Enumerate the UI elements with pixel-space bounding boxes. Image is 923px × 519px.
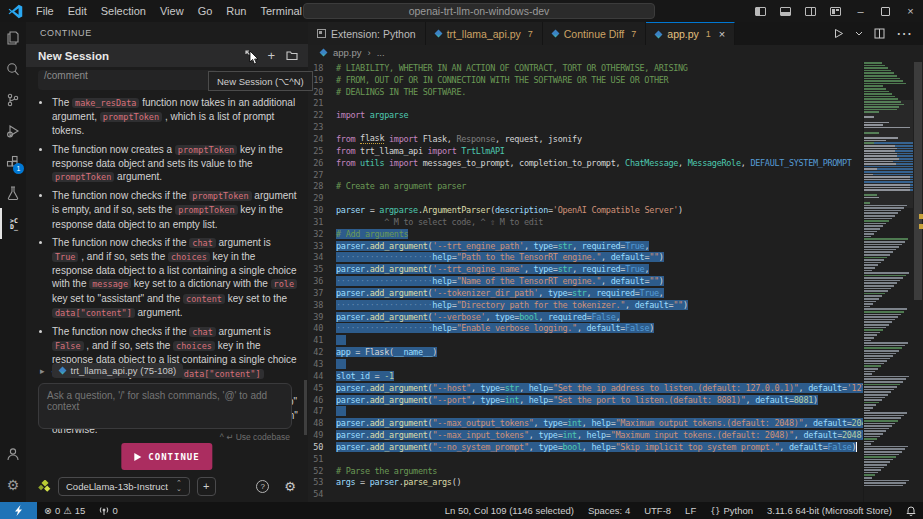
toggle-secondary-sidebar-icon[interactable] xyxy=(798,0,823,22)
close-button[interactable]: × xyxy=(898,0,923,22)
code-line: 50parser.add_argument("--no_system_promp… xyxy=(308,441,863,453)
breadcrumb-separator: › xyxy=(368,47,371,58)
code-editor[interactable]: 18# LIABILITY, WHETHER IN AN ACTION OF C… xyxy=(308,62,863,502)
line-number: 32 xyxy=(308,229,336,239)
session-header: New Session + xyxy=(26,44,308,67)
inline-code: promptToken xyxy=(52,172,114,182)
code-line: 32# Add arguments xyxy=(308,228,863,240)
run-dropdown-icon[interactable] xyxy=(855,31,863,36)
activity-item-settings[interactable]: ⚙ xyxy=(0,469,26,500)
remote-indicator[interactable] xyxy=(0,502,37,519)
cursor-position[interactable]: Ln 50, Col 109 (1146 selected) xyxy=(438,502,581,519)
inline-code: content xyxy=(183,294,225,304)
toggle-sidebar-icon[interactable] xyxy=(748,0,773,22)
bell-icon xyxy=(906,505,916,516)
overview-ruler-mark xyxy=(919,214,923,219)
vscode-logo-icon xyxy=(8,4,23,19)
tab-continue-diff[interactable]: Continue Diff7 xyxy=(543,22,647,45)
ports-indicator[interactable]: 0 xyxy=(92,502,124,519)
tab-trt-llama-api-py[interactable]: trt_llama_api.py7 xyxy=(426,22,543,45)
inline-code: choices xyxy=(173,341,215,351)
new-session-tooltip: New Session (⌥^N) xyxy=(208,71,313,91)
minimize-button[interactable]: – xyxy=(848,0,873,22)
code-line: 27 xyxy=(308,169,863,181)
code-line: 37parser.add_argument('--tokenizer_dir_p… xyxy=(308,287,863,299)
command-center-search[interactable] xyxy=(303,3,655,19)
code-line: 42app = Flask(__name__) xyxy=(308,346,863,358)
context-item[interactable]: ▸ trt_llama_api.py (75-108) xyxy=(40,363,183,378)
eol-sequence[interactable]: LF xyxy=(678,502,703,519)
model-select[interactable]: CodeLlama-13b-Instruct ⌃⌄ xyxy=(58,477,190,496)
activity-item-accounts[interactable] xyxy=(0,438,26,469)
language-mode[interactable]: {} Python xyxy=(703,502,760,519)
menu-selection[interactable]: Selection xyxy=(94,0,153,22)
chat-input[interactable] xyxy=(38,383,292,429)
menu-run[interactable]: Run xyxy=(219,0,253,22)
notifications-bell[interactable] xyxy=(899,502,923,519)
menu-go[interactable]: Go xyxy=(191,0,220,22)
status-right: Ln 50, Col 109 (1146 selected) Spaces: 4… xyxy=(438,502,923,519)
line-number: 23 xyxy=(308,122,336,132)
activity-item-extensions[interactable]: 1 xyxy=(0,146,26,177)
more-actions-icon[interactable]: ⋯ xyxy=(896,24,913,43)
split-editor-icon[interactable] xyxy=(874,28,885,39)
sidebar-scrollbar[interactable] xyxy=(304,380,307,435)
line-number: 31 xyxy=(308,217,336,227)
line-number: 41 xyxy=(308,335,336,345)
menu-terminal[interactable]: Terminal xyxy=(254,0,310,22)
code-line: 34····················help="Path to the … xyxy=(308,252,863,264)
previous-input-clipped[interactable]: /comment xyxy=(38,70,218,90)
customize-layout-icon[interactable] xyxy=(823,0,848,22)
activity-item-explorer[interactable] xyxy=(0,22,26,53)
menu-file[interactable]: File xyxy=(29,0,61,22)
encoding[interactable]: UTF-8 xyxy=(637,502,678,519)
code-line: 40····················help="Enable verbo… xyxy=(308,323,863,335)
code-line: 30parser = argparse.ArgumentParser(descr… xyxy=(308,204,863,216)
activity-item-search[interactable] xyxy=(0,53,26,84)
new-session-icon[interactable]: + xyxy=(267,51,275,61)
continue-button[interactable]: CONTINUE xyxy=(121,443,212,470)
add-model-button[interactable]: + xyxy=(197,477,216,496)
line-number: 21 xyxy=(308,98,336,108)
close-tab-icon[interactable]: × xyxy=(719,28,725,40)
tab-extension-python[interactable]: Extension: Python xyxy=(308,22,426,45)
toggle-panel-icon[interactable] xyxy=(773,0,798,22)
activity-item-continue[interactable]: >CD_ xyxy=(0,208,26,239)
error-icon: ⊗ xyxy=(44,505,52,516)
run-python-icon[interactable] xyxy=(833,28,844,39)
line-number: 49 xyxy=(308,430,336,440)
scrollbar-thumb[interactable] xyxy=(914,62,922,300)
line-number: 39 xyxy=(308,312,336,322)
activity-item-source-control[interactable] xyxy=(0,84,26,115)
play-icon xyxy=(134,453,141,461)
breadcrumb[interactable]: app.py › ... xyxy=(308,45,923,60)
use-codebase-hint: ^ ↵ Use codebase xyxy=(220,432,290,442)
minimap[interactable] xyxy=(863,62,913,502)
continue-settings-icon[interactable]: ⚙ xyxy=(284,479,296,494)
inline-code: data["content"] xyxy=(52,308,135,318)
code-line: 44slot_id = -1 xyxy=(308,370,863,382)
activity-item-testing[interactable] xyxy=(0,177,26,208)
activity-item-run-debug[interactable] xyxy=(0,115,26,146)
inline-code: role xyxy=(271,279,297,289)
code-line: 25from trt_llama_api import TrtLlmAPI xyxy=(308,145,863,157)
restore-button[interactable] xyxy=(873,0,898,22)
line-number: 36 xyxy=(308,276,336,286)
line-number: 45 xyxy=(308,383,336,393)
menu-view[interactable]: View xyxy=(153,0,191,22)
tab-label: trt_llama_api.py xyxy=(447,28,521,40)
inline-code: promptToken xyxy=(100,112,162,122)
tab-badge: 7 xyxy=(528,29,533,39)
line-number: 47 xyxy=(308,406,336,416)
response-bullet: The function now checks if the chat argu… xyxy=(52,236,298,320)
help-button[interactable]: ? xyxy=(256,480,269,493)
editor-scrollbar[interactable] xyxy=(913,62,923,502)
session-title: New Session xyxy=(38,50,245,62)
indentation[interactable]: Spaces: 4 xyxy=(581,502,637,519)
history-folder-icon[interactable] xyxy=(286,51,298,61)
menu-edit[interactable]: Edit xyxy=(61,0,94,22)
inline-code: chat xyxy=(189,327,215,337)
tab-app-py[interactable]: app.py1× xyxy=(646,22,735,45)
python-interpreter[interactable]: 3.11.6 64-bit (Microsoft Store) xyxy=(760,502,899,519)
problems-indicator[interactable]: ⊗ 0 ⚠ 15 xyxy=(37,502,92,519)
